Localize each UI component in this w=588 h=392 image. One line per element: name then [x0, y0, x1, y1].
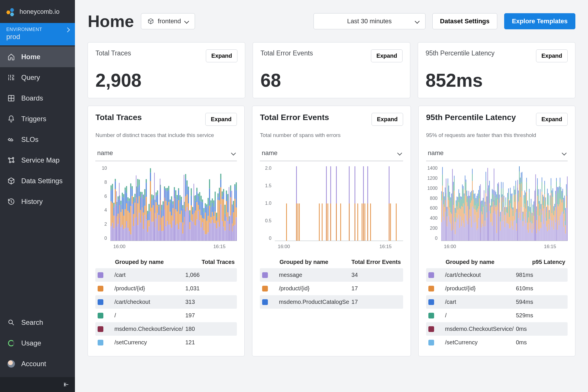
expand-button[interactable]: Expand [536, 49, 568, 62]
svg-rect-480 [457, 206, 457, 217]
breakdown-table: Grouped by namep95 Latency/cart/checkout… [426, 256, 568, 349]
sidebar-item-slos[interactable]: SLOs [0, 129, 75, 150]
table-row[interactable]: msdemo.ProductCatalogSe17 [260, 295, 403, 309]
honeycomb-logo-icon [6, 8, 17, 16]
svg-rect-921 [554, 217, 555, 241]
svg-rect-94 [140, 210, 141, 223]
brand-logo[interactable]: honeycomb.io [0, 0, 75, 23]
sidebar-item-account[interactable]: Account [0, 354, 75, 374]
sidebar-item-triggers[interactable]: Triggers [0, 109, 75, 129]
chart[interactable]: 140012001000800600400200016:0016:15 [426, 166, 568, 250]
row-name: /cart [114, 272, 183, 278]
svg-rect-412 [441, 191, 442, 194]
svg-rect-174 [167, 205, 168, 221]
sidebar-item-search[interactable]: Search [0, 312, 75, 333]
svg-rect-873 [543, 224, 544, 241]
svg-rect-182 [170, 212, 171, 224]
panel-cards-row: Total TracesExpandNumber of distinct tra… [88, 106, 575, 356]
table-row[interactable]: /529ms [426, 309, 568, 322]
svg-rect-538 [469, 198, 470, 209]
dataset-settings-button[interactable]: Dataset Settings [432, 13, 497, 29]
svg-rect-127 [152, 208, 153, 222]
svg-rect-762 [518, 190, 519, 193]
sidebar-item-home[interactable]: Home [0, 47, 75, 67]
svg-rect-703 [506, 206, 506, 212]
svg-rect-28 [118, 214, 119, 224]
svg-rect-857 [540, 228, 540, 241]
sidebar-item-history[interactable]: History [0, 191, 75, 212]
chart[interactable]: 108642016:0016:15 [95, 166, 237, 250]
expand-button[interactable]: Expand [372, 113, 403, 126]
svg-rect-168 [164, 190, 165, 241]
sidebar-item-service-map[interactable]: Service Map [0, 150, 75, 171]
group-by-selector[interactable]: name [95, 145, 237, 161]
svg-rect-745 [514, 190, 515, 195]
table-row[interactable]: /cart1,066 [95, 268, 237, 282]
svg-rect-525 [467, 196, 467, 202]
svg-rect-557 [474, 209, 474, 223]
timerange-selector[interactable]: Last 30 minutes [314, 13, 425, 29]
svg-rect-963 [563, 214, 564, 227]
expand-button[interactable]: Expand [536, 113, 568, 126]
table-row[interactable]: /product/{id}17 [260, 282, 403, 295]
svg-rect-659 [496, 198, 496, 207]
chart-plot [275, 166, 403, 241]
svg-rect-599 [483, 200, 483, 207]
table-row[interactable]: /product/{id}1,031 [95, 282, 237, 295]
svg-rect-957 [562, 191, 562, 197]
table-row[interactable]: /setCurrency0ms [426, 336, 568, 349]
svg-rect-451 [450, 212, 451, 223]
svg-rect-935 [557, 204, 558, 230]
sidebar-item-data-settings[interactable]: Data Settings [0, 171, 75, 191]
svg-rect-573 [477, 208, 478, 228]
svg-rect-140 [156, 202, 157, 219]
group-by-selector[interactable]: name [260, 145, 403, 161]
svg-rect-277 [202, 218, 203, 222]
color-swatch [262, 286, 268, 291]
svg-rect-714 [508, 224, 509, 241]
svg-rect-93 [140, 223, 141, 241]
svg-rect-409 [441, 222, 442, 241]
svg-rect-328 [220, 204, 222, 241]
dataset-selector[interactable]: frontend [141, 13, 195, 29]
table-row[interactable]: /cart/checkout981ms [426, 268, 568, 282]
svg-rect-617 [487, 196, 487, 205]
table-row[interactable]: /product/{id}610ms [426, 282, 568, 295]
svg-rect-522 [466, 179, 466, 182]
sidebar-item-query[interactable]: Query [0, 67, 75, 88]
table-row[interactable]: msdemo.CheckoutService/0ms [426, 322, 568, 336]
explore-templates-button[interactable]: Explore Templates [504, 13, 575, 29]
svg-rect-746 [515, 213, 516, 241]
svg-rect-67 [130, 184, 131, 187]
table-row[interactable]: /setCurrency121 [95, 336, 237, 349]
table-row[interactable]: message34 [260, 268, 403, 282]
sidebar-item-usage[interactable]: Usage [0, 333, 75, 354]
svg-rect-763 [519, 213, 520, 241]
svg-rect-645 [493, 202, 494, 213]
svg-rect-269 [199, 210, 200, 221]
expand-button[interactable]: Expand [371, 49, 403, 62]
expand-button[interactable]: Expand [206, 49, 237, 62]
svg-rect-391 [336, 204, 337, 241]
table-row[interactable]: msdemo.CheckoutService/180 [95, 322, 237, 336]
svg-rect-146 [157, 190, 158, 194]
sidebar-item-boards[interactable]: Boards [0, 88, 75, 109]
sidebar-item-label: SLOs [21, 136, 38, 144]
table-row[interactable]: /cart594ms [426, 295, 568, 309]
svg-rect-917 [554, 230, 554, 241]
svg-rect-183 [170, 203, 171, 212]
svg-rect-206 [178, 229, 179, 241]
table-row[interactable]: /197 [95, 309, 237, 322]
svg-rect-819 [532, 233, 532, 241]
chart[interactable]: 2.01.51.00.5016:0016:15 [260, 166, 403, 250]
svg-rect-948 [560, 183, 560, 198]
svg-rect-29 [118, 200, 119, 214]
svg-rect-322 [218, 197, 219, 200]
environment-label: ENVIRONMENT [6, 27, 69, 32]
expand-button[interactable]: Expand [205, 113, 237, 126]
environment-selector[interactable]: ENVIRONMENT prod [0, 23, 75, 45]
table-row[interactable]: /cart/checkout313 [95, 295, 237, 309]
group-by-selector[interactable]: name [426, 145, 568, 161]
svg-rect-631 [489, 181, 490, 188]
sidebar-collapse-bar[interactable] [0, 377, 75, 392]
